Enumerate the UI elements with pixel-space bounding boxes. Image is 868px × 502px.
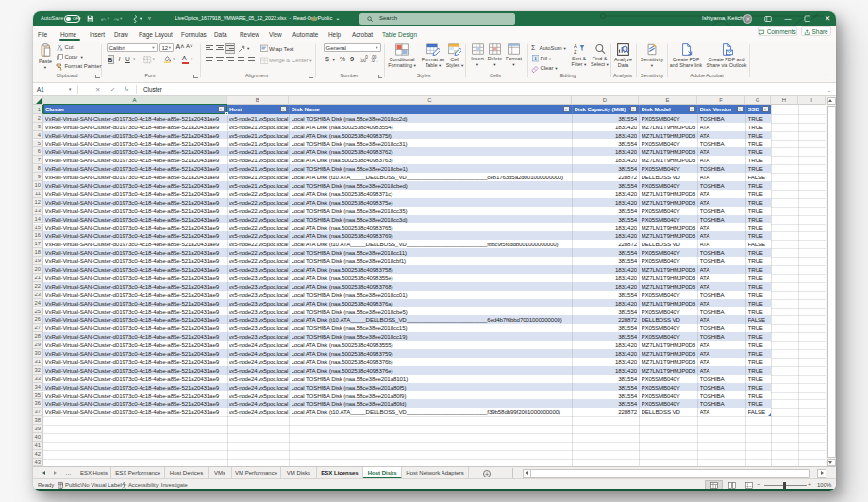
svg-text:A: A <box>574 43 577 49</box>
svg-text:Z: Z <box>574 49 577 55</box>
